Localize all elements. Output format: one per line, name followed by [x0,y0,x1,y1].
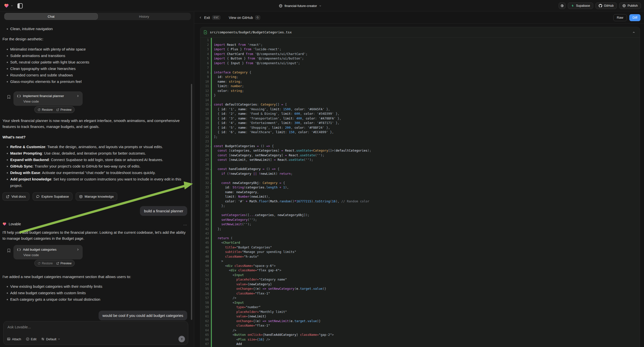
code-line: 41 setNewLimit(''); [200,222,640,227]
whats-next-heading: What's next? [2,134,187,140]
chat-input[interactable] [8,325,184,329]
manage-knowledge-button[interactable]: Manage knowledge [76,192,117,201]
line-number: 40 [200,218,211,222]
chevron-down-icon [58,338,60,340]
restore-preview-pill: Restore Preview [34,106,75,113]
chevron-up-icon[interactable] [632,31,635,34]
user-message-bubble: would be cool if you could add budget ca… [98,311,187,320]
more-options-icon[interactable]: ... [183,222,187,226]
line-number: 46 [200,245,211,250]
line-number: 45 [200,240,211,245]
code-line: 53 placeholder="Category name" [200,277,640,282]
code-line: 57 /> [200,296,640,300]
explore-supabase-button[interactable]: Explore Supabase [32,192,72,201]
bookmark-icon[interactable] [7,95,11,99]
restore-preview-pill: Restore Preview [34,260,75,266]
view-code-link[interactable]: View code [24,253,79,257]
version-card-implement-financial-planner[interactable]: Implement financial planner View code [14,91,83,106]
code-line: 49 > [200,259,640,264]
code-line: 55 onChange={(e) => setNewCategory(e.tar… [200,286,640,291]
chevron-right-icon [76,94,79,97]
line-number: 21 [200,130,211,135]
sidebar-toggle-icon[interactable] [18,3,23,8]
fold-chevron-icon[interactable]: ⌄ [210,181,211,186]
line-number: 35 [200,194,211,199]
gear-icon [560,4,564,8]
line-number: 19 [200,121,211,126]
line-number: 43 [200,231,211,236]
logo-chevron-down-icon[interactable] [11,4,13,7]
fold-chevron-icon[interactable]: ⌄ [210,144,211,148]
chat-bubble-icon [36,195,40,198]
code-line: 7 [200,66,640,70]
tab-history[interactable]: History [98,13,191,20]
code-line: 58 <Input [200,300,640,305]
preview-button[interactable]: Preview [56,262,72,265]
line-number: 14 [200,98,211,102]
attach-button[interactable]: Attach [7,337,21,341]
esc-key-badge: ESC [212,16,220,20]
nav-bullet-list: Clean, intuitive navigation [2,26,187,32]
visit-docs-button[interactable]: Visit docs [2,192,29,201]
list-item: View existing budget categories with the… [2,283,187,290]
file-plus-icon [204,30,207,34]
line-number: 65 [200,332,211,337]
code-line: 60 placeholder="Monthly limit" [200,310,640,314]
action-buttons-row: Visit docs Explore Supabase Manage knowl… [2,192,187,201]
code-line: 66 <Plus size={16} /> [200,337,640,342]
list-item: Master Prompting: Use clear, detailed, a… [2,150,187,156]
preview-button[interactable]: Preview [56,108,72,112]
code-line: 65 <Button onClick={handleAddCategory} c… [200,332,640,337]
design-heading: For the design aesthetic: [2,36,187,42]
view-on-github-button[interactable]: View on GitHub G [229,16,260,20]
view-code-link[interactable]: View code [24,100,79,103]
list-item: Debug with Ease: Activate our experiment… [2,170,187,176]
lovable-logo-icon[interactable] [4,3,9,8]
g-key-badge: G [255,16,260,20]
line-number: 26 [200,153,211,158]
code-line: 32⌄ const newCategoryObj: Category = { [200,181,640,186]
diff-toggle-button[interactable]: Diff [629,14,640,21]
code-line: 10 name: string; [200,80,640,84]
fold-chevron-icon[interactable]: ⌄ [210,102,211,107]
github-button[interactable]: GitHub [596,2,617,9]
supabase-button[interactable]: Supabase [568,2,593,9]
exit-button[interactable]: Exit ESC [199,16,220,20]
edit-button[interactable]: Edit [26,337,36,341]
line-number: 6 [200,61,211,66]
file-card-header[interactable]: src/components/budget/BudgetCategories.t… [200,27,640,38]
list-item: Subtle animations and transitions [2,52,187,59]
project-chevron-down-icon[interactable] [319,4,322,7]
version-card-1-wrap: Implement financial planner View code Re… [2,91,187,110]
publish-button[interactable]: Publish [619,2,641,9]
code-line: 42 }; [200,227,640,232]
line-number: 36 [200,199,211,204]
list-item: Minimalist interface with plenty of whit… [2,46,187,52]
chat-scrollbar[interactable] [191,84,192,320]
fold-chevron-icon[interactable]: ⌄ [210,70,211,75]
supabase-bolt-icon [571,4,574,8]
line-number: 2 [200,42,211,47]
code-line: 19 { id: '4', name: 'Entertainment', lim… [200,121,640,126]
line-number: 10 [200,80,211,84]
send-button[interactable] [178,336,185,342]
code-line: 11 limit: number; [200,84,640,88]
code-line: 20 { id: '5', name: 'Shopping', limit: 2… [200,126,640,130]
code-panel: Exit ESC View on GitHub G Raw Diff src/c… [194,12,644,347]
assistant-name: Lovable [9,222,21,226]
bookmark-icon[interactable] [7,248,11,253]
version-card-add-budget-categories[interactable]: Add budget categories View code [14,245,83,260]
next-steps-list: Refine & Customize: Tweak the design, an… [2,144,187,189]
restore-button[interactable]: Restore [38,262,53,265]
project-name[interactable]: financial-future-creator [284,4,317,8]
settings-button[interactable] [558,2,566,9]
line-number: 42 [200,227,211,232]
mode-selector[interactable]: Default [41,337,60,341]
chat-scroll-area: Clean, intuitive navigation For the desi… [0,22,194,321]
raw-toggle-button[interactable]: Raw [614,14,627,21]
tab-chat[interactable]: Chat [4,13,98,20]
fold-chevron-icon[interactable]: ⌄ [210,167,211,172]
list-item: GitHub Sync: Transfer your project's cod… [2,163,187,170]
restore-button[interactable]: Restore [38,108,53,112]
added-paragraph: I've added a new budget categories manag… [2,274,187,280]
